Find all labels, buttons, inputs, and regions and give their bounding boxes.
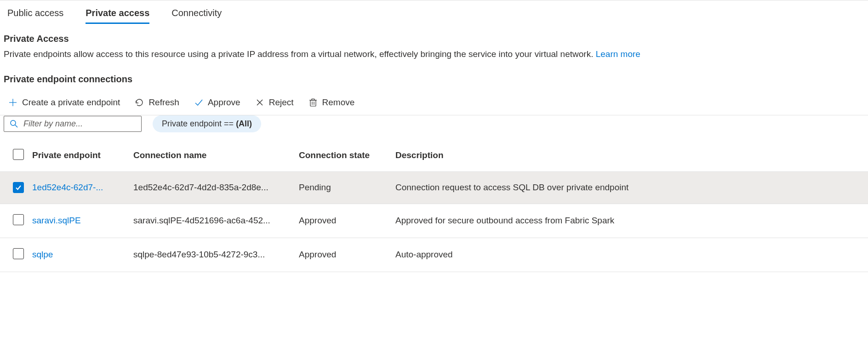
trash-icon xyxy=(308,98,318,107)
tab-public-access[interactable]: Public access xyxy=(7,8,63,24)
approve-button[interactable]: Approve xyxy=(193,96,241,109)
table-row[interactable]: 1ed52e4c-62d7-... 1ed52e4c-62d7-4d2d-835… xyxy=(0,171,868,204)
svg-rect-4 xyxy=(310,100,316,106)
endpoint-link[interactable]: saravi.sqlPE xyxy=(32,216,81,225)
refresh-label: Refresh xyxy=(148,97,179,108)
description-cell: Approved for secure outbound access from… xyxy=(395,204,868,238)
connection-state-cell: Approved xyxy=(299,238,395,272)
endpoint-link[interactable]: 1ed52e4c-62d7-... xyxy=(32,182,103,192)
learn-more-link[interactable]: Learn more xyxy=(596,49,640,59)
row-checkbox[interactable] xyxy=(13,182,24,193)
connection-name-cell: sqlpe-8ed47e93-10b5-4272-9c3... xyxy=(133,238,299,272)
svg-line-9 xyxy=(15,125,17,127)
refresh-button[interactable]: Refresh xyxy=(134,96,180,109)
table-row[interactable]: saravi.sqlPE saravi.sqlPE-4d521696-ac6a-… xyxy=(0,204,868,238)
section-description: Private endpoints allow access to this r… xyxy=(4,48,868,61)
tab-private-access[interactable]: Private access xyxy=(86,8,149,24)
header-connection-name[interactable]: Connection name xyxy=(133,140,299,172)
endpoint-link[interactable]: sqlpe xyxy=(32,250,53,259)
tab-bar: Public access Private access Connectivit… xyxy=(0,0,868,24)
filter-pill-prefix: Private endpoint == xyxy=(162,119,236,128)
connection-state-cell: Approved xyxy=(299,204,395,238)
subsection-title: Private endpoint connections xyxy=(4,74,868,85)
description-cell: Connection request to access SQL DB over… xyxy=(395,171,868,204)
connection-name-cell: 1ed52e4c-62d7-4d2d-835a-2d8e... xyxy=(133,171,299,204)
row-checkbox[interactable] xyxy=(13,248,24,259)
row-checkbox[interactable] xyxy=(13,214,24,225)
tab-connectivity[interactable]: Connectivity xyxy=(171,8,222,24)
connection-state-cell: Pending xyxy=(299,171,395,204)
refresh-icon xyxy=(135,98,144,107)
search-box[interactable] xyxy=(4,116,142,132)
create-label: Create a private endpoint xyxy=(22,97,120,108)
endpoints-table: Private endpoint Connection name Connect… xyxy=(0,140,868,272)
connection-name-cell: saravi.sqlPE-4d521696-ac6a-452... xyxy=(133,204,299,238)
create-private-endpoint-button[interactable]: Create a private endpoint xyxy=(7,96,121,109)
svg-point-8 xyxy=(11,120,16,125)
approve-label: Approve xyxy=(208,97,240,108)
search-icon xyxy=(10,119,18,128)
section-description-text: Private endpoints allow access to this r… xyxy=(4,49,596,59)
toolbar: Create a private endpoint Refresh Approv… xyxy=(0,92,868,115)
header-connection-state[interactable]: Connection state xyxy=(299,140,395,172)
remove-label: Remove xyxy=(322,97,355,108)
remove-button[interactable]: Remove xyxy=(308,96,356,109)
table-row[interactable]: sqlpe sqlpe-8ed47e93-10b5-4272-9c3... Ap… xyxy=(0,238,868,272)
filter-pill[interactable]: Private endpoint == (All) xyxy=(153,115,261,132)
search-input[interactable] xyxy=(23,119,136,129)
reject-button[interactable]: Reject xyxy=(254,96,295,109)
description-cell: Auto-approved xyxy=(395,238,868,272)
reject-label: Reject xyxy=(269,97,294,108)
header-description[interactable]: Description xyxy=(395,140,868,172)
select-all-checkbox[interactable] xyxy=(13,149,24,160)
section-title: Private Access xyxy=(4,34,868,44)
filter-row: Private endpoint == (All) xyxy=(0,115,868,140)
x-icon xyxy=(255,98,264,107)
checkmark-icon xyxy=(194,98,203,107)
header-endpoint[interactable]: Private endpoint xyxy=(32,140,133,172)
filter-pill-value: (All) xyxy=(236,119,252,128)
plus-icon xyxy=(8,98,17,107)
